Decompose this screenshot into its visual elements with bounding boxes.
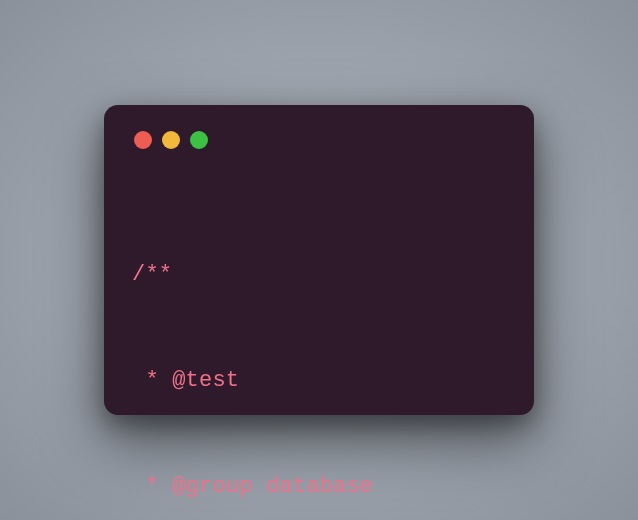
minimize-icon[interactable] <box>162 131 180 149</box>
code-line: * @group database <box>132 469 506 504</box>
close-icon[interactable] <box>134 131 152 149</box>
window-controls <box>134 131 506 149</box>
code-window: /** * @test * @group database */ <box>104 105 534 415</box>
code-block: /** * @test * @group database */ <box>132 187 506 520</box>
maximize-icon[interactable] <box>190 131 208 149</box>
code-line: /** <box>132 257 506 292</box>
code-line: * @test <box>132 363 506 398</box>
